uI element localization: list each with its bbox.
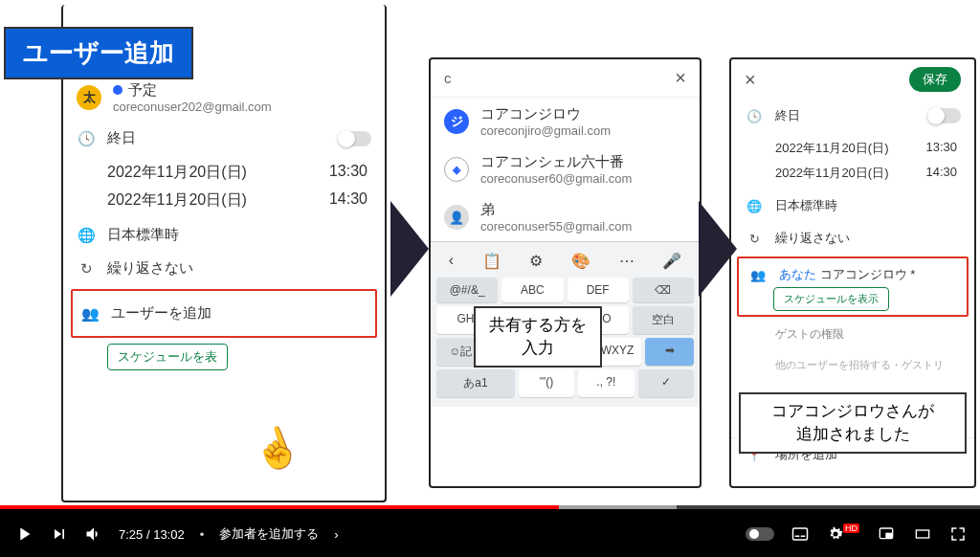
enter-key[interactable]: ➡	[645, 338, 694, 366]
add-user-highlight: 👥ユーザーを追加	[71, 289, 377, 338]
key[interactable]: ABC	[501, 278, 563, 302]
tutorial-stage: ユーザー追加 太 予定 coreconuser202@gmail.com 🕓 終…	[0, 0, 980, 505]
all-day-row[interactable]: 🕓 終日	[63, 122, 385, 155]
contact-result-3[interactable]: 👤 弟coreconuser55@gmail.com	[431, 193, 700, 241]
miniplayer-button[interactable]	[877, 526, 896, 542]
end-datetime[interactable]: 2022年11月20日(日)14:30	[731, 165, 974, 182]
arrow-left-icon[interactable]: ‹	[449, 252, 454, 270]
globe-icon: 🌐	[77, 227, 96, 244]
confirm-key[interactable]: ✓	[638, 369, 694, 397]
progress-fill	[0, 505, 559, 509]
theater-button[interactable]	[911, 526, 934, 542]
key[interactable]: @#/&_	[436, 278, 498, 302]
arrow-icon	[699, 201, 737, 297]
color-dot	[113, 85, 122, 95]
view-schedule-wrap: スケジュールを表	[63, 344, 385, 370]
all-day-row[interactable]: 🕓 終日	[731, 100, 974, 132]
you-chip: あなた	[779, 267, 816, 281]
keyboard-toolbar: ‹ 📋 ⚙ 🎨 ⋯ 🎤	[434, 248, 696, 274]
progress-track[interactable]	[0, 505, 980, 509]
all-day-toggle[interactable]	[339, 131, 371, 146]
start-datetime[interactable]: 2022年11月20日(日)13:30	[63, 163, 385, 183]
video-player-bar: 7:25 / 13:02 • 参加者を追加する › HD	[0, 505, 980, 557]
all-day-toggle[interactable]	[928, 108, 961, 123]
key[interactable]: DEF	[568, 278, 629, 302]
close-icon[interactable]: ×	[745, 69, 756, 91]
fullscreen-button[interactable]	[949, 525, 967, 543]
contact-result-2[interactable]: ◈ コアコンシェル六十番coreconuser60@gmail.com	[431, 145, 700, 193]
view-schedule-button[interactable]: スケジュールを表	[107, 344, 228, 370]
chevron-right-icon[interactable]: ›	[334, 527, 338, 542]
save-button[interactable]: 保存	[909, 67, 961, 92]
hd-badge: HD	[843, 524, 859, 533]
user-avatar: 太	[77, 85, 101, 110]
all-day-label: 終日	[107, 129, 327, 147]
mic-icon[interactable]: 🎤	[662, 252, 681, 270]
repeat-row[interactable]: ↻繰り返さない	[731, 222, 974, 255]
title-banner: ユーザー追加	[4, 27, 193, 79]
svg-rect-7	[916, 530, 928, 538]
time-display: 7:25 / 13:02	[119, 527, 185, 542]
repeat-icon: ↻	[745, 232, 764, 246]
guest-highlight: 👥 あなた コアコンジロウ * スケジュールを表示	[737, 256, 969, 317]
clock-icon: 🕓	[77, 130, 96, 147]
callout-added: コアコンジロウさんが 追加されました	[739, 392, 967, 454]
chapter-title[interactable]: 参加者を追加する	[219, 525, 319, 543]
svg-rect-4	[801, 536, 806, 538]
svg-rect-2	[793, 528, 808, 540]
captions-button[interactable]	[790, 525, 811, 543]
svg-rect-3	[795, 536, 800, 538]
add-user-row[interactable]: 👥ユーザーを追加	[73, 291, 375, 336]
panel-contact-search: c × ジ コアコンジロウcoreconjiro@gmail.com ◈ コアコ…	[429, 57, 702, 488]
arrow-icon	[390, 201, 429, 297]
svg-rect-6	[886, 533, 891, 537]
svg-point-1	[749, 529, 759, 539]
panel-event-detail: 太 予定 coreconuser202@gmail.com 🕓 終日 2022年…	[61, 5, 387, 502]
search-input[interactable]: c	[444, 70, 663, 86]
clear-icon[interactable]: ×	[675, 67, 686, 89]
settings-button[interactable]: HD	[826, 524, 861, 544]
callout-input: 共有する方を 入力	[474, 306, 602, 368]
clipboard-icon[interactable]: 📋	[482, 252, 501, 270]
key[interactable]: '"()	[519, 369, 574, 397]
globe-icon: 🌐	[745, 199, 764, 213]
clock-icon: 🕓	[745, 109, 764, 123]
view-schedule-button[interactable]: スケジュールを表示	[773, 287, 889, 311]
palette-icon[interactable]: 🎨	[571, 252, 590, 270]
end-datetime[interactable]: 2022年11月20日(日)14:30	[63, 190, 385, 211]
event-title-row: 太 予定 coreconuser202@gmail.com	[63, 74, 385, 122]
space-key[interactable]: 空白	[633, 306, 694, 334]
invite-others: 他のユーザーを招待する・ゲストリ	[731, 350, 974, 380]
timezone-row[interactable]: 🌐日本標準時	[63, 218, 385, 252]
mode-key[interactable]: あa1	[436, 369, 515, 397]
key[interactable]: ., ?!	[578, 369, 634, 397]
backspace-key[interactable]: ⌫	[633, 278, 694, 302]
contact-avatar: 👤	[444, 205, 469, 230]
header-row: × 保存	[731, 59, 974, 100]
play-button[interactable]	[13, 524, 34, 545]
contact-avatar: ◈	[444, 157, 469, 182]
people-icon: 👥	[748, 268, 768, 282]
guest-row: 👥 あなた コアコンジロウ *	[741, 262, 965, 287]
organizer-email: coreconuser202@gmail.com	[113, 100, 371, 114]
search-row: c ×	[431, 59, 700, 98]
more-icon[interactable]: ⋯	[619, 252, 635, 270]
next-button[interactable]	[50, 524, 69, 544]
guest-chip: コアコンジロウ *	[820, 267, 916, 281]
autoplay-toggle[interactable]	[746, 527, 774, 541]
volume-button[interactable]	[84, 524, 103, 544]
start-datetime[interactable]: 2022年11月20日(日)13:30	[731, 140, 974, 157]
guest-permissions[interactable]: ゲストの権限	[731, 319, 974, 350]
timezone-row[interactable]: 🌐日本標準時	[731, 189, 974, 222]
repeat-icon: ↻	[77, 260, 96, 278]
gear-icon[interactable]: ⚙	[529, 252, 543, 270]
contact-avatar: ジ	[444, 109, 469, 134]
repeat-row[interactable]: ↻繰り返さない	[63, 252, 385, 285]
contact-result-1[interactable]: ジ コアコンジロウcoreconjiro@gmail.com	[431, 98, 700, 145]
progress-buffer	[559, 505, 677, 509]
schedule-label: 予定	[128, 81, 157, 98]
people-icon: 👥	[80, 305, 100, 323]
